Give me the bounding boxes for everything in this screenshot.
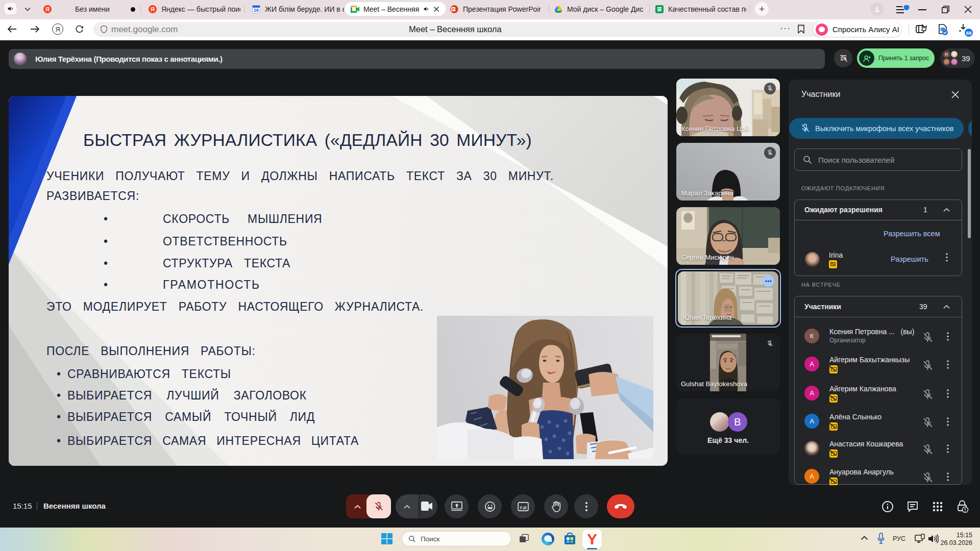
- svg-text:26: 26: [254, 8, 259, 13]
- svg-text:P: P: [452, 7, 454, 12]
- svg-text:68: 68: [966, 30, 972, 36]
